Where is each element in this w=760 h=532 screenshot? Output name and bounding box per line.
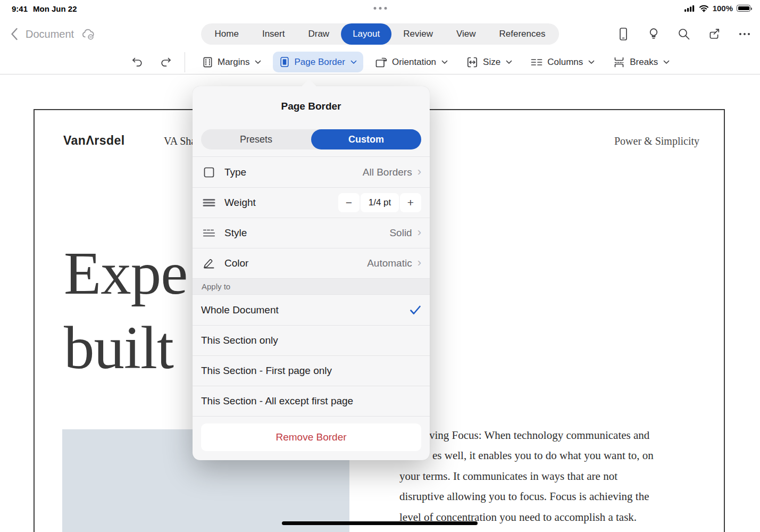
orientation-button[interactable]: Orientation [369, 52, 454, 72]
company-logo: VanΛrsdel [63, 134, 125, 148]
breaks-button[interactable]: Breaks [606, 52, 676, 72]
redo-icon[interactable] [159, 56, 173, 69]
option-label: This Section only [201, 335, 278, 346]
chevron-down-icon [506, 60, 512, 64]
more-ellipsis-icon[interactable] [738, 27, 751, 41]
weight-stepper: − 1/4 pt + [338, 193, 421, 212]
weight-increase-button[interactable]: + [400, 193, 421, 212]
apply-to-section-header: Apply to [193, 279, 430, 295]
page-border-button[interactable]: Page Border [273, 52, 363, 72]
option-label: This Section - First page only [201, 365, 332, 377]
body-line: your terms. It communicates in ways that… [399, 466, 691, 486]
back-chevron-icon[interactable] [11, 28, 18, 40]
columns-button[interactable]: Columns [524, 52, 601, 72]
status-time-date: 9:41 Mon Jun 22 [12, 4, 77, 13]
page-border-label: Page Border [294, 57, 345, 68]
wifi-icon [699, 5, 709, 12]
columns-icon [530, 56, 543, 68]
multitask-dots-icon[interactable] [373, 7, 387, 10]
layout-ribbon: Margins Page Border Orientation [0, 50, 760, 74]
body-line: ving Focus: When technology communicates… [399, 425, 691, 445]
home-indicator[interactable] [282, 521, 478, 525]
battery-percent: 100% [713, 4, 733, 13]
tab-references[interactable]: References [487, 23, 557, 45]
popover-title: Page Border [193, 86, 430, 112]
weight-decrease-button[interactable]: − [338, 193, 360, 212]
breaks-label: Breaks [630, 57, 658, 68]
line-style-icon [201, 227, 217, 239]
document-title[interactable]: Document [26, 28, 74, 40]
tab-draw[interactable]: Draw [296, 23, 341, 45]
color-row[interactable]: Color Automatic › [193, 248, 430, 278]
tab-layout[interactable]: Layout [341, 23, 391, 45]
page-border-icon [279, 56, 290, 68]
tab-insert[interactable]: Insert [250, 23, 297, 45]
margins-icon [202, 56, 213, 68]
apply-option-this-section[interactable]: This Section only [193, 325, 430, 355]
body-line: disruptive allowing you to focus. Focus … [399, 486, 691, 506]
status-indicators: 100% [684, 4, 750, 13]
orientation-icon [375, 56, 388, 68]
search-icon[interactable] [677, 27, 691, 41]
chevron-right-icon: › [417, 257, 421, 269]
type-row[interactable]: Type All Borders › [193, 157, 430, 187]
clock: 9:41 [12, 4, 28, 13]
margins-label: Margins [218, 57, 249, 68]
breaks-icon [613, 56, 625, 68]
weight-row: Weight − 1/4 pt + [193, 187, 430, 218]
lightbulb-ideas-icon[interactable] [647, 27, 661, 41]
segment-presets[interactable]: Presets [201, 129, 311, 149]
mobile-view-icon[interactable] [616, 27, 630, 41]
style-row[interactable]: Style Solid › [193, 218, 430, 248]
apply-option-whole-document[interactable]: Whole Document [193, 295, 430, 325]
tab-home[interactable]: Home [203, 23, 250, 45]
chevron-down-icon [255, 60, 261, 64]
weight-label: Weight [224, 197, 256, 209]
chevron-right-icon: › [417, 227, 421, 238]
tab-view[interactable]: View [445, 23, 488, 45]
option-label: This Section - All except first page [201, 395, 353, 407]
columns-label: Columns [547, 57, 583, 68]
date: Mon Jun 22 [33, 4, 77, 13]
checkmark-icon [410, 305, 421, 315]
weight-value: 1/4 pt [361, 193, 399, 212]
chevron-down-icon [441, 60, 448, 64]
remove-border-button[interactable]: Remove Border [201, 423, 421, 451]
heading-line-2: built [64, 311, 187, 385]
body-line: es well, it enables you to do what you w… [399, 445, 691, 466]
app-screen: 9:41 Mon Jun 22 100% Document [0, 0, 760, 532]
margins-button[interactable]: Margins [196, 52, 268, 72]
chevron-down-icon [350, 60, 357, 64]
heading-line-1: Expe [64, 236, 187, 311]
style-label: Style [224, 227, 247, 239]
color-label: Color [224, 257, 248, 269]
type-label: Type [224, 167, 246, 178]
orientation-label: Orientation [392, 57, 436, 68]
line-weight-icon [201, 197, 217, 209]
apply-option-all-except-first[interactable]: This Section - All except first page [193, 386, 430, 416]
status-bar: 9:41 Mon Jun 22 100% [0, 0, 760, 17]
segment-custom[interactable]: Custom [311, 129, 421, 149]
chevron-down-icon [588, 60, 595, 64]
presets-custom-segmented-control: Presets Custom [201, 129, 421, 149]
tab-review[interactable]: Review [391, 23, 445, 45]
size-label: Size [483, 57, 500, 68]
undo-icon[interactable] [130, 56, 144, 69]
option-label: Whole Document [201, 304, 279, 316]
size-icon [466, 56, 479, 68]
page-header-left: VA Sha [164, 135, 196, 147]
cloud-sync-status-icon[interactable] [81, 28, 96, 40]
page-border-popover: Page Border Presets Custom Type All Bord… [193, 86, 430, 460]
type-value: All Borders [363, 167, 412, 178]
document-heading: Expe built [64, 236, 187, 385]
chevron-right-icon: › [417, 166, 421, 178]
cellular-signal-icon [684, 5, 695, 12]
color-value: Automatic [367, 257, 412, 269]
size-button[interactable]: Size [460, 52, 519, 72]
ribbon-divider [185, 52, 185, 72]
share-icon[interactable] [707, 27, 721, 41]
border-type-icon [201, 166, 217, 179]
apply-option-first-page-only[interactable]: This Section - First page only [193, 355, 430, 386]
header: Document Home Insert Draw Layout Review … [0, 18, 760, 50]
chevron-down-icon [663, 60, 670, 64]
